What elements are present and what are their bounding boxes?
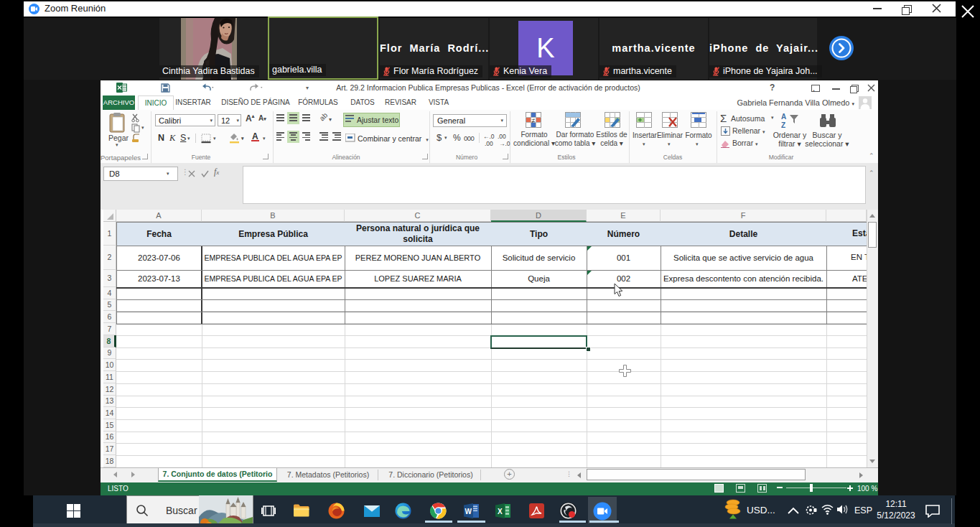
svg-text:X: X <box>498 508 503 516</box>
svg-text:≠: ≠ <box>532 117 536 124</box>
svg-text:A: A <box>781 113 786 121</box>
svg-text:Z: Z <box>781 121 785 129</box>
svg-text:W: W <box>465 508 472 516</box>
